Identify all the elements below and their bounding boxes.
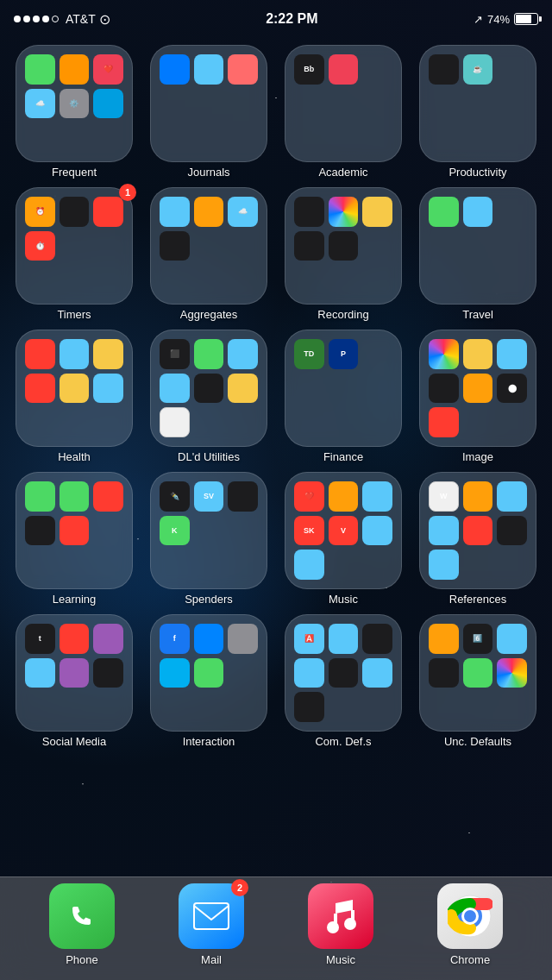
mini-app-recording-3 bbox=[294, 231, 324, 261]
mini-app-unc-defaults-4 bbox=[463, 658, 493, 688]
mini-app-frequent-3: ☁️ bbox=[25, 89, 55, 119]
folder-finance[interactable]: TDPFinance bbox=[279, 330, 407, 463]
dock-app-mail[interactable]: 2Mail bbox=[179, 883, 244, 966]
mini-app-music-8 bbox=[362, 550, 392, 580]
mini-app-label-music-4: V bbox=[341, 526, 346, 535]
mini-app-timers-8 bbox=[93, 265, 123, 295]
mini-app-journals-1 bbox=[194, 54, 224, 85]
mini-app-social-media-5 bbox=[93, 658, 123, 688]
mini-app-dld-utilities-0: ⬛ bbox=[160, 339, 190, 369]
mini-app-spenders-7 bbox=[194, 550, 224, 580]
mini-app-image-4 bbox=[463, 374, 493, 404]
mini-app-label-finance-0: TD bbox=[304, 349, 314, 358]
folder-box-wrapper-health bbox=[16, 330, 133, 447]
mini-app-recording-6 bbox=[294, 265, 324, 295]
folder-label-social-media: Social Media bbox=[42, 735, 106, 748]
mini-app-dld-utilities-1 bbox=[194, 339, 224, 369]
mini-app-aggregates-2: ☁️ bbox=[228, 197, 258, 227]
mini-app-music-7 bbox=[329, 550, 359, 580]
mini-app-interaction-4 bbox=[194, 658, 224, 688]
mini-app-frequent-8 bbox=[93, 122, 123, 153]
folder-box-wrapper-timers: 1⏰⏱️ bbox=[16, 187, 133, 305]
mini-app-social-media-1 bbox=[60, 624, 90, 654]
folder-music[interactable]: ❤️SKVMusic bbox=[279, 472, 407, 606]
folder-box-wrapper-finance: TDP bbox=[285, 330, 402, 447]
mini-app-spenders-0: ✒️ bbox=[160, 481, 190, 512]
folder-productivity[interactable]: ☕Productivity bbox=[414, 45, 542, 179]
folder-spenders[interactable]: ✒️SVKSpenders bbox=[145, 472, 273, 606]
mini-app-academic-0: Bb bbox=[294, 54, 324, 85]
folder-label-learning: Learning bbox=[53, 593, 97, 606]
mini-app-finance-1: P bbox=[329, 339, 359, 369]
dock-app-chrome[interactable]: Chrome bbox=[437, 883, 503, 966]
mini-app-academic-7 bbox=[329, 122, 359, 153]
folder-academic[interactable]: BbAcademic bbox=[279, 45, 407, 179]
mini-app-health-6 bbox=[25, 407, 55, 437]
clock: 2:22 PM bbox=[266, 11, 317, 27]
mini-app-social-media-8 bbox=[93, 692, 123, 722]
folder-label-productivity: Productivity bbox=[448, 166, 506, 179]
mini-app-timers-1 bbox=[60, 197, 90, 227]
mini-app-references-3 bbox=[429, 516, 459, 546]
dock-icon-music bbox=[308, 883, 373, 949]
folder-com-defs[interactable]: 🅰️Com. Def.s bbox=[279, 614, 407, 748]
dock-icon-mail: 2 bbox=[179, 883, 244, 949]
mini-app-com-defs-1 bbox=[329, 624, 359, 654]
mini-app-social-media-7 bbox=[60, 692, 90, 722]
mini-app-productivity-6 bbox=[429, 122, 459, 153]
app-grid: ❤️☁️⚙️FrequentJournalsBbAcademic☕Product… bbox=[0, 38, 552, 748]
mini-app-travel-2 bbox=[497, 197, 527, 227]
folder-frequent[interactable]: ❤️☁️⚙️Frequent bbox=[10, 45, 138, 179]
folder-travel[interactable]: Travel bbox=[414, 187, 542, 321]
mini-app-label-spenders-3: K bbox=[172, 526, 178, 535]
mini-app-dld-utilities-8 bbox=[228, 407, 258, 437]
mini-app-music-4: V bbox=[329, 516, 359, 546]
dock-app-phone[interactable]: Phone bbox=[49, 883, 115, 966]
folder-interaction[interactable]: fInteraction bbox=[145, 614, 273, 748]
folder-box-journals bbox=[150, 45, 267, 162]
folder-journals[interactable]: Journals bbox=[145, 45, 273, 179]
folder-box-wrapper-spenders: ✒️SVK bbox=[150, 472, 267, 589]
mini-app-references-2 bbox=[497, 481, 527, 512]
mini-app-productivity-4 bbox=[463, 89, 493, 119]
mini-app-label-academic-0: Bb bbox=[304, 65, 314, 73]
mini-app-interaction-1 bbox=[194, 624, 224, 654]
mini-app-productivity-0 bbox=[429, 54, 459, 85]
folder-dld-utilities[interactable]: ⬛DL'd Utilities bbox=[145, 330, 273, 463]
mini-app-productivity-7 bbox=[463, 122, 493, 153]
mini-app-productivity-2 bbox=[497, 54, 527, 85]
folder-references[interactable]: WReferences bbox=[414, 472, 542, 606]
folder-aggregates[interactable]: ☁️Aggregates bbox=[145, 187, 273, 321]
mini-app-label-music-3: SK bbox=[304, 526, 315, 535]
dock-app-music[interactable]: Music bbox=[308, 883, 373, 966]
folder-box-interaction: f bbox=[150, 614, 267, 732]
folder-label-dld-utilities: DL'd Utilities bbox=[178, 450, 240, 463]
folder-health[interactable]: Health bbox=[10, 330, 138, 463]
folder-box-academic: Bb bbox=[285, 45, 402, 162]
folder-box-wrapper-references: W bbox=[419, 472, 536, 589]
mini-app-timers-4 bbox=[60, 231, 90, 261]
signal-dot-2 bbox=[23, 16, 30, 22]
mini-app-label-interaction-0: f bbox=[173, 634, 176, 643]
mini-app-interaction-8 bbox=[228, 692, 258, 722]
mini-app-spenders-3: K bbox=[160, 516, 190, 546]
folder-box-recording bbox=[285, 187, 402, 305]
folder-social-media[interactable]: tSocial Media bbox=[10, 614, 138, 748]
mini-app-social-media-6 bbox=[25, 692, 55, 722]
folder-image[interactable]: ⬤Image bbox=[414, 330, 542, 463]
mini-app-recording-4 bbox=[329, 231, 359, 261]
mini-app-health-5 bbox=[93, 374, 123, 404]
mini-app-timers-0: ⏰ bbox=[25, 197, 55, 227]
mini-app-journals-8 bbox=[228, 122, 258, 153]
folder-unc-defaults[interactable]: 6️⃣Unc. Defaults bbox=[414, 614, 542, 748]
mini-app-spenders-4 bbox=[194, 516, 224, 546]
folder-timers[interactable]: 1⏰⏱️Timers bbox=[10, 187, 138, 321]
dock-label-mail: Mail bbox=[201, 953, 222, 966]
mini-app-health-3 bbox=[25, 374, 55, 404]
folder-recording[interactable]: Recording bbox=[279, 187, 407, 321]
folder-learning[interactable]: Learning bbox=[10, 472, 138, 606]
folder-box-wrapper-frequent: ❤️☁️⚙️ bbox=[16, 45, 133, 162]
mini-app-unc-defaults-7 bbox=[463, 692, 493, 722]
mini-app-academic-1 bbox=[329, 54, 359, 85]
mini-app-frequent-6 bbox=[25, 122, 55, 153]
